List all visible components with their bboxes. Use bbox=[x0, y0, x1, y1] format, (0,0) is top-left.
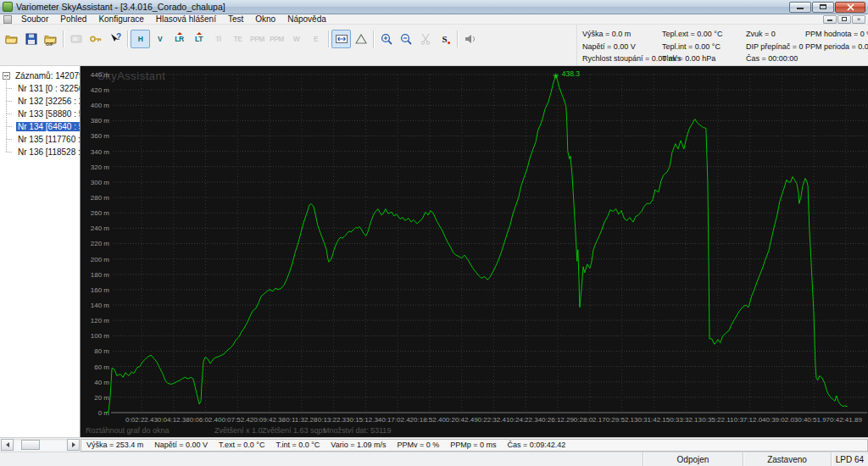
folder-open-icon bbox=[5, 32, 19, 46]
mode-ti-button-label: Ti bbox=[215, 35, 220, 43]
scrollbar-track[interactable] bbox=[14, 439, 67, 451]
child-restore-button[interactable] bbox=[837, 15, 851, 24]
status-connection: Odpojen bbox=[643, 452, 743, 466]
device-button[interactable] bbox=[66, 30, 86, 48]
cut-button[interactable] bbox=[415, 30, 435, 48]
scroll-left-icon bbox=[6, 442, 9, 447]
altitude-chart-plot[interactable]: SkyAssistant0 m20 m40 m60 m80 m100 m120 … bbox=[81, 66, 867, 437]
scissors-icon bbox=[419, 32, 432, 46]
x-axis-label: 0:31:42.15 bbox=[637, 416, 670, 424]
save-button[interactable] bbox=[21, 30, 41, 48]
child-close-icon: × bbox=[857, 16, 861, 23]
mode-te-button[interactable]: TE bbox=[228, 30, 248, 48]
y-axis-label: 200 m bbox=[91, 256, 110, 264]
menu-soubor[interactable]: Soubor bbox=[15, 14, 54, 25]
tree-item-nr-136[interactable]: Nr 136 [118528 : 2 bbox=[0, 146, 80, 158]
scroll-right-button[interactable] bbox=[67, 439, 80, 451]
telemetry-column-3: Zvuk = 0DIP přepínač = 0Čas = 00:00:00 bbox=[746, 28, 805, 65]
mode-h-button[interactable]: H bbox=[131, 30, 150, 48]
telemetry-value: Zvuk = 0 bbox=[746, 28, 805, 41]
menu-test[interactable]: Test bbox=[222, 14, 249, 25]
triangle-icon bbox=[354, 32, 368, 46]
y-axis-label: 420 m bbox=[91, 86, 110, 94]
stretch-graph-link[interactable]: Roztáhnout graf do okna bbox=[86, 426, 170, 435]
mode-te-button-label: TE bbox=[234, 35, 242, 43]
child-minimize-button[interactable] bbox=[823, 15, 837, 24]
close-button[interactable] bbox=[835, 2, 865, 13]
tree-item-nr-134[interactable]: Nr 134 [64640 : 53 bbox=[0, 120, 80, 133]
x-axis-label: 0:33:32.13 bbox=[670, 416, 702, 424]
scroll-left-button[interactable] bbox=[1, 439, 14, 451]
telemetry-value: Tlak = 0.00 hPa bbox=[662, 53, 746, 65]
menu-konfigurace[interactable]: Konfigurace bbox=[92, 14, 149, 25]
tree-item-nr-133[interactable]: Nr 133 [58880 : 57 bbox=[0, 108, 80, 120]
header: GIF?HVLRLTTiTEPPMPPMWES Výška = 0.0 mNap… bbox=[0, 25, 868, 66]
y-axis-label: 240 m bbox=[91, 225, 110, 232]
chart-footer-info: Množství dat: 53119 bbox=[323, 426, 391, 435]
telemetry-value: Tepl.ext = 0.00 °C bbox=[662, 28, 746, 41]
x-axis-label: 0:22:32.41 bbox=[478, 416, 510, 424]
y-axis-label: 60 m bbox=[94, 363, 109, 371]
altitude-chart[interactable]: SkyAssistant0 m20 m40 m60 m80 m100 m120 … bbox=[81, 66, 868, 437]
menu-okno[interactable]: Okno bbox=[249, 14, 281, 25]
mode-ppm2-button[interactable]: PPM bbox=[267, 30, 287, 48]
mode-w-button-label: W bbox=[293, 35, 300, 43]
tree-root-records[interactable]: Záznamů: 142079 bbox=[0, 69, 80, 82]
mode-w-button[interactable]: W bbox=[287, 30, 306, 48]
close-icon bbox=[847, 3, 854, 11]
mode-ppm1-button[interactable]: PPM bbox=[248, 30, 267, 48]
y-axis-label: 340 m bbox=[91, 148, 110, 156]
y-axis-label: 20 m bbox=[94, 394, 109, 402]
zoom-in-button[interactable] bbox=[376, 30, 396, 48]
x-axis-label: 0:11:32.28 bbox=[286, 416, 318, 424]
mode-e-button[interactable]: E bbox=[306, 30, 326, 48]
question-mark-icon: ? bbox=[116, 32, 121, 42]
readout-value: Napětí = 0.00 V bbox=[154, 441, 208, 449]
envelope-button[interactable] bbox=[351, 30, 370, 48]
status-fill bbox=[0, 452, 643, 466]
x-axis-label: 0:35:22.11 bbox=[702, 416, 734, 424]
record-tree: Záznamů: 142079Nr 131 [0 : 32256Nr 132 [… bbox=[0, 66, 81, 437]
telemetry-value: Výška = 0.0 m bbox=[582, 28, 662, 41]
zoom-out-button[interactable] bbox=[396, 30, 415, 48]
key-button[interactable] bbox=[86, 30, 105, 48]
tree-horizontal-scrollbar bbox=[0, 439, 81, 452]
minimize-icon bbox=[797, 8, 804, 9]
x-axis-label: 0:17:02.42 bbox=[381, 416, 414, 424]
y-axis-label: 180 m bbox=[91, 271, 110, 279]
menu-pohled[interactable]: Pohled bbox=[54, 14, 92, 25]
fit-width-icon bbox=[335, 32, 348, 46]
tree-item-nr-131[interactable]: Nr 131 [0 : 32256 bbox=[0, 82, 80, 95]
x-axis-label: 0:28:02.17 bbox=[574, 416, 606, 424]
statistics-button[interactable]: S bbox=[435, 30, 454, 48]
y-axis-label: 320 m bbox=[91, 164, 110, 171]
mode-ti-button[interactable]: Ti bbox=[209, 30, 228, 48]
fit-width-button[interactable] bbox=[331, 30, 351, 48]
y-axis-label: 140 m bbox=[91, 302, 110, 309]
export-gif-button[interactable]: GIF bbox=[41, 30, 60, 48]
title-bar: Variometer SkyAssistant - [3.4.016_Corad… bbox=[0, 0, 868, 14]
sound-button[interactable] bbox=[460, 30, 480, 48]
toolbar-separator bbox=[457, 31, 458, 47]
y-axis-label: 100 m bbox=[91, 332, 110, 340]
menu-n-pov-da[interactable]: Nápověda bbox=[281, 14, 332, 25]
x-axis-label: 0:20:42.49 bbox=[446, 416, 478, 424]
scrollbar-thumb[interactable] bbox=[21, 440, 40, 450]
tree-item-label: Nr 136 [118528 : 2 bbox=[16, 147, 81, 157]
maximize-button[interactable] bbox=[812, 2, 834, 13]
x-axis-label: 0:04:12.38 bbox=[158, 416, 190, 424]
mdi-child-icon[interactable] bbox=[3, 15, 12, 24]
minimize-button[interactable] bbox=[789, 2, 811, 13]
mode-lt-button[interactable]: LT bbox=[189, 30, 209, 48]
context-help-button[interactable]: ? bbox=[105, 30, 125, 48]
open-file-button[interactable] bbox=[2, 30, 21, 48]
child-close-button[interactable]: × bbox=[852, 15, 865, 24]
speaker-icon bbox=[464, 32, 477, 46]
tree-item-nr-135[interactable]: Nr 135 [117760 : 7 bbox=[0, 133, 80, 146]
mode-lr-button[interactable]: LR bbox=[170, 30, 189, 48]
mode-v-button[interactable]: V bbox=[150, 30, 170, 48]
tree-item-nr-132[interactable]: Nr 132 [32256 : 26 bbox=[0, 95, 80, 108]
x-axis-label: 0:37:12.04 bbox=[734, 416, 766, 424]
gif-label: GIF bbox=[46, 42, 53, 47]
menu-hlasov-hl-en[interactable]: Hlasová hlášení bbox=[150, 14, 222, 25]
